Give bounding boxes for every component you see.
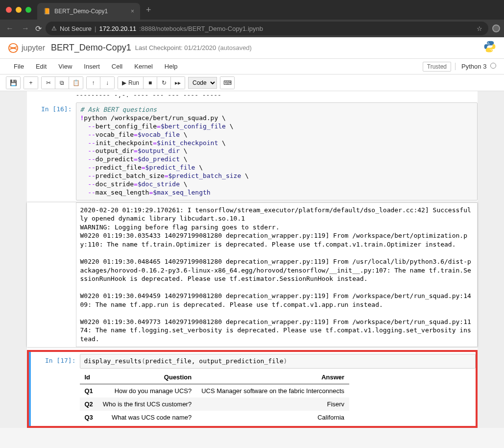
jupyter-logo-text: jupyter [22, 44, 45, 52]
browser-tab[interactable]: 📙 BERT_Demo-Copy1 × [37, 3, 140, 20]
minimize-window-button[interactable] [16, 7, 22, 13]
code-input[interactable]: # Ask BERT questions !python /workspace/… [76, 102, 478, 200]
code-cell-16[interactable]: In [16]: # Ask BERT questions !python /w… [27, 100, 478, 202]
toolbar: 💾 + ✂ ⧉ 📋 ↑ ↓ ▶ Run ■ ↻ ▸▸ Code ⌨ [0, 75, 504, 91]
table-header-question: Question [98, 371, 196, 384]
jupyter-header: jupyter BERT_Demo-Copy1 Last Checkpoint:… [0, 37, 504, 59]
move-down-button[interactable]: ↓ [100, 77, 114, 89]
close-window-button[interactable] [6, 7, 12, 13]
highlighted-region: In [17]: display_results(predict_file, o… [27, 350, 478, 428]
copy-button[interactable]: ⧉ [55, 77, 69, 89]
output-text: 2020-02-20 01:19:29.170261: I tensorflow… [76, 202, 478, 347]
trusted-badge[interactable]: Trusted [423, 62, 451, 72]
paste-button[interactable]: 📋 [69, 77, 83, 89]
out-prompt-empty [27, 202, 76, 347]
forward-button[interactable]: → [20, 22, 31, 35]
menu-edit[interactable]: Edit [30, 63, 52, 70]
menu-view[interactable]: View [52, 63, 78, 70]
address-bar[interactable]: ⚠ Not Secure | 172.20.20.11:8888/noteboo… [46, 22, 488, 35]
menu-insert[interactable]: Insert [78, 63, 106, 70]
jupyter-logo[interactable]: jupyter [8, 43, 45, 53]
maximize-window-button[interactable] [25, 7, 31, 13]
new-tab-button[interactable]: + [146, 5, 151, 15]
fast-forward-button[interactable]: ▸▸ [171, 77, 185, 89]
code-cell-17[interactable]: In [17]: display_results(predict_file, o… [29, 352, 476, 426]
close-tab-icon[interactable]: × [131, 8, 134, 15]
save-button[interactable]: 💾 [6, 77, 20, 89]
truncated-output: --------- -,-. ---- --- --- ---- ----- [27, 91, 478, 100]
back-button[interactable]: ← [4, 22, 16, 35]
not-secure-label: Not Secure [60, 25, 92, 32]
cell-type-select[interactable]: Code [188, 77, 217, 89]
results-table: Id Question Answer Q1How do you manage U… [80, 371, 350, 424]
browser-nav-bar: ← → ⟳ ⚠ Not Secure | 172.20.20.11:8888/n… [0, 20, 504, 37]
in-prompt: In [17]: [31, 354, 80, 424]
table-row: Q1How do you manage UCS?UCS Manager soft… [80, 384, 350, 398]
table-row: Q3What was UCS code name?California [80, 411, 350, 424]
cut-button[interactable]: ✂ [42, 77, 55, 89]
reload-button[interactable]: ⟳ [35, 24, 42, 33]
in-prompt: In [16]: [27, 102, 76, 200]
stop-button[interactable]: ■ [144, 77, 157, 89]
code-input[interactable]: display_results(predict_file, output_pre… [80, 354, 476, 369]
tab-title: BERT_Demo-Copy1 [54, 8, 108, 15]
table-row: Q2Who is the first UCS customer?Fiserv [80, 398, 350, 411]
checkpoint-label: Last Checkpoint: 01/21/2020 [135, 44, 216, 51]
not-secure-icon: ⚠ [51, 25, 57, 32]
profile-avatar[interactable] [492, 25, 500, 32]
kernel-indicator-icon [490, 63, 496, 69]
table-header-id: Id [80, 371, 98, 384]
bookmark-star-icon[interactable]: ☆ [477, 25, 482, 32]
autosaved-label: (autosaved) [218, 44, 252, 51]
browser-tab-strip: 📙 BERT_Demo-Copy1 × + [0, 0, 504, 20]
url-host: 172.20.20.11 [99, 25, 136, 32]
menu-bar: File Edit View Insert Cell Kernel Help T… [0, 59, 504, 75]
menu-file[interactable]: File [8, 63, 30, 70]
table-header-answer: Answer [196, 371, 349, 384]
jupyter-favicon: 📙 [43, 8, 50, 15]
move-up-button[interactable]: ↑ [87, 77, 100, 89]
run-button[interactable]: ▶ Run [118, 77, 144, 89]
add-cell-button[interactable]: + [24, 77, 38, 89]
python-logo-icon [483, 40, 496, 56]
restart-kernel-button[interactable]: ↻ [157, 77, 171, 89]
menu-cell[interactable]: Cell [106, 63, 128, 70]
notebook-name[interactable]: BERT_Demo-Copy1 [51, 43, 131, 53]
command-palette-button[interactable]: ⌨ [220, 77, 234, 89]
menu-help[interactable]: Help [159, 63, 184, 70]
output-cell-16: 2020-02-20 01:19:29.170261: I tensorflow… [27, 202, 478, 347]
window-controls [6, 7, 31, 13]
kernel-name[interactable]: Python 3 [455, 63, 496, 70]
url-path: :8888/notebooks/BERT_Demo-Copy1.ipynb [139, 25, 263, 32]
menu-kernel[interactable]: Kernel [128, 63, 159, 70]
